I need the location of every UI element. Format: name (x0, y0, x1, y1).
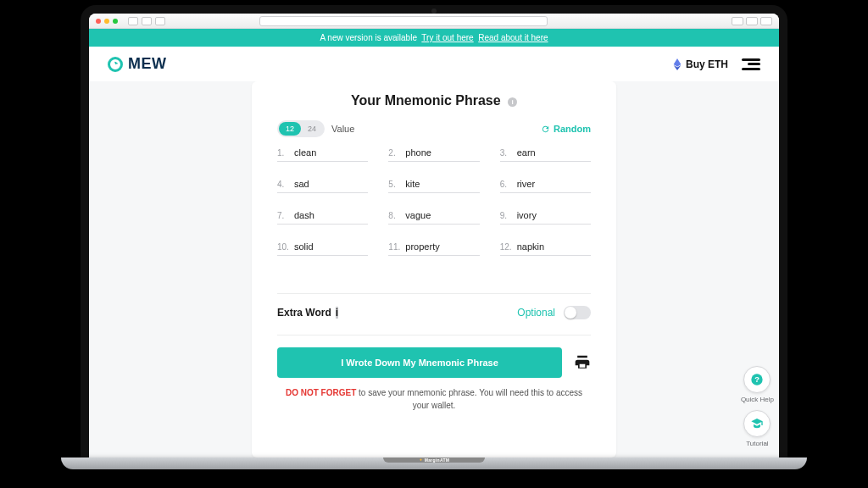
word-value: vague (405, 210, 431, 220)
word-value: earn (517, 147, 536, 158)
optional-label: Optional (517, 307, 555, 319)
buy-eth-label: Buy ETH (686, 58, 728, 70)
mnemonic-word: 4.sad (277, 179, 368, 193)
page-body: Your Mnemonic Phrase i 12 24 Value (89, 81, 779, 458)
buy-eth-button[interactable]: Buy ETH (673, 58, 728, 70)
mnemonic-word: 11.property (388, 241, 479, 256)
word-value: clean (294, 147, 316, 158)
tutorial-button[interactable]: Tutorial (743, 410, 771, 447)
word-index: 4. (277, 180, 289, 189)
mnemonic-word: 9.ivory (500, 210, 591, 225)
mnemonic-card: Your Mnemonic Phrase i 12 24 Value (252, 81, 616, 458)
print-icon[interactable] (574, 354, 591, 371)
quick-help-button[interactable]: ? Quick Help (741, 366, 774, 403)
tutorial-icon (750, 417, 764, 430)
controls-row: 12 24 Value Random (277, 120, 591, 137)
random-label: Random (554, 124, 591, 134)
word-index: 10. (277, 242, 289, 252)
mnemonic-grid: 1.clean2.phone3.earn4.sad5.kite6.river7.… (277, 147, 591, 256)
word-index: 7. (277, 211, 289, 220)
watermark-text: MarginATM (425, 458, 450, 463)
floating-help: ? Quick Help Tutorial (741, 366, 774, 447)
mnemonic-word: 7.dash (277, 210, 368, 225)
word-index: 6. (500, 180, 512, 189)
laptop-mockup: A new version is available Try it out he… (61, 5, 807, 480)
word-value: property (405, 241, 439, 252)
laptop-base: MarginATM (61, 458, 807, 469)
site-header: MEW Buy ETH (89, 47, 779, 81)
tutorial-label: Tutorial (746, 440, 768, 447)
word-value: phone (405, 147, 431, 158)
browser-chrome (89, 14, 779, 29)
value-label: Value (331, 124, 354, 134)
card-title-text: Your Mnemonic Phrase (351, 93, 501, 108)
toggle-24[interactable]: 24 (301, 122, 323, 136)
question-icon: ? (750, 373, 764, 386)
address-bar[interactable] (259, 16, 548, 26)
nav-sidebar-button[interactable] (155, 17, 165, 25)
info-icon[interactable]: i (336, 307, 338, 319)
eth-icon (673, 58, 682, 70)
mnemonic-word: 2.phone (388, 147, 479, 162)
word-value: river (517, 179, 535, 189)
extra-word-row: Extra Word i Optional (277, 293, 591, 335)
screen: A new version is available Try it out he… (89, 14, 779, 458)
menu-button[interactable] (742, 58, 760, 70)
word-index: 1. (277, 148, 289, 158)
word-value: sad (294, 179, 309, 189)
info-icon[interactable]: i (508, 97, 517, 107)
mnemonic-word: 5.kite (388, 179, 479, 193)
mnemonic-word: 8.vague (388, 210, 479, 225)
word-index: 3. (500, 148, 512, 158)
word-index: 9. (500, 211, 512, 220)
word-index: 8. (388, 211, 400, 220)
word-count-toggle: 12 24 Value (277, 120, 354, 137)
word-value: dash (294, 210, 314, 220)
word-index: 11. (388, 242, 400, 252)
screen-bezel: A new version is available Try it out he… (81, 5, 787, 458)
svg-text:?: ? (755, 375, 760, 384)
refresh-icon (541, 125, 550, 134)
word-index: 5. (388, 180, 400, 189)
wrote-down-button[interactable]: I Wrote Down My Mnemonic Phrase (277, 347, 562, 378)
banner-text: A new version is available (320, 33, 417, 42)
traffic-light-zoom[interactable] (113, 19, 118, 24)
warning-rest: to save your mnemonic phrase. You will n… (356, 388, 582, 410)
mnemonic-word: 3.earn (500, 147, 591, 162)
extra-word-text: Extra Word (277, 307, 331, 319)
share-button[interactable] (746, 17, 758, 25)
quick-help-label: Quick Help (741, 396, 774, 403)
warning-text: DO NOT FORGET to save your mnemonic phra… (277, 386, 591, 412)
nav-back-button[interactable] (128, 17, 138, 25)
version-banner: A new version is available Try it out he… (89, 29, 779, 47)
mnemonic-word: 6.river (500, 179, 591, 193)
toggle-12[interactable]: 12 (279, 122, 301, 136)
camera-dot (431, 8, 437, 14)
banner-read-link[interactable]: Read about it here (478, 33, 548, 42)
traffic-light-minimize[interactable] (104, 19, 109, 24)
mnemonic-word: 12.napkin (500, 241, 591, 256)
logo[interactable]: MEW (108, 55, 167, 73)
word-index: 2. (388, 148, 400, 158)
warning-strong: DO NOT FORGET (286, 388, 356, 397)
logo-icon (108, 57, 123, 72)
reader-button[interactable] (732, 17, 743, 25)
mnemonic-word: 1.clean (277, 147, 368, 162)
word-value: solid (294, 241, 314, 252)
word-value: napkin (517, 241, 544, 252)
word-value: kite (405, 179, 420, 189)
extra-word-toggle[interactable] (564, 306, 591, 319)
word-index: 12. (500, 242, 512, 252)
traffic-light-close[interactable] (96, 19, 101, 24)
random-button[interactable]: Random (541, 124, 591, 134)
watermark: MarginATM (383, 458, 485, 463)
action-row: I Wrote Down My Mnemonic Phrase (277, 335, 591, 378)
banner-try-link[interactable]: Try it out here (421, 33, 473, 42)
mnemonic-word: 10.solid (277, 241, 368, 256)
tabs-button[interactable] (760, 17, 772, 25)
card-title: Your Mnemonic Phrase i (277, 93, 591, 108)
word-count-pill: 12 24 (277, 120, 325, 137)
logo-text: MEW (128, 55, 167, 73)
nav-forward-button[interactable] (142, 17, 152, 25)
word-value: ivory (517, 210, 537, 220)
